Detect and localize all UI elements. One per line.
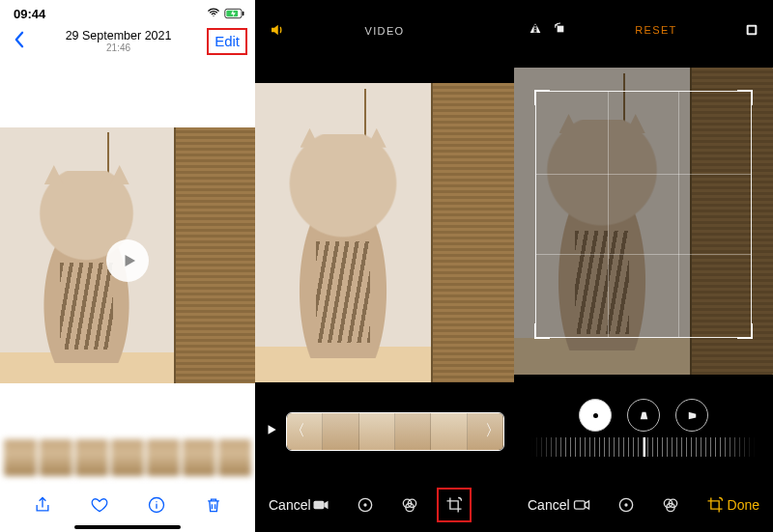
filters-tool-icon[interactable]	[661, 495, 680, 515]
trim-scrubber[interactable]	[286, 412, 504, 451]
edit-tool-icons	[311, 495, 464, 515]
horizontal-perspective-button[interactable]	[675, 399, 708, 432]
rotation-dial[interactable]	[531, 437, 756, 457]
thumb[interactable]	[40, 439, 72, 476]
adjust-tool-icon[interactable]	[616, 495, 636, 515]
wifi-icon	[207, 6, 220, 22]
crop-handle-tr[interactable]	[737, 90, 753, 105]
status-right	[207, 6, 245, 22]
thumb[interactable]	[4, 439, 37, 476]
share-button[interactable]	[33, 495, 52, 518]
edit-tool-icons	[570, 495, 728, 515]
cancel-button[interactable]: Cancel	[269, 497, 311, 513]
video-canvas[interactable]	[255, 83, 514, 382]
thumb[interactable]	[75, 439, 108, 476]
thumb[interactable]	[183, 439, 215, 476]
delete-button[interactable]	[204, 495, 223, 518]
home-indicator[interactable]	[74, 525, 181, 529]
crop-tool-icon[interactable]	[705, 495, 725, 515]
svg-point-6	[363, 503, 366, 506]
edit-topbar: VIDEO	[255, 0, 514, 44]
crop-handle-br[interactable]	[737, 323, 753, 339]
battery-icon	[224, 7, 245, 22]
crop-rectangle[interactable]	[535, 91, 752, 338]
edit-button-highlight: Edit	[207, 28, 247, 55]
video-edit-screen: VIDEO Cancel	[255, 0, 514, 532]
crop-tool-icon[interactable]	[444, 495, 464, 515]
crop-handle-bl[interactable]	[534, 323, 550, 339]
reset-button[interactable]: RESET	[568, 24, 744, 36]
crop-canvas[interactable]	[514, 68, 773, 375]
video-timeline	[265, 410, 504, 453]
status-bar: 09:44	[0, 0, 255, 24]
svg-rect-14	[575, 501, 586, 509]
vertical-perspective-button[interactable]	[627, 399, 660, 432]
crop-topbar: RESET	[514, 0, 773, 42]
adjust-tool-icon[interactable]	[356, 495, 375, 515]
photo-time: 21:46	[66, 42, 172, 53]
date-title: 29 September 2021 21:46	[66, 30, 172, 54]
thumb[interactable]	[147, 439, 180, 476]
cancel-button[interactable]: Cancel	[528, 497, 570, 513]
svg-rect-12	[749, 27, 756, 34]
status-time: 09:44	[14, 7, 45, 21]
thumb[interactable]	[218, 439, 251, 476]
perspective-buttons	[514, 399, 773, 432]
edit-button[interactable]: Edit	[215, 33, 240, 49]
edit-toolrow: Cancel	[255, 495, 514, 515]
crop-toolrow: Cancel Done	[514, 495, 773, 515]
back-button[interactable]	[8, 31, 30, 53]
volume-button[interactable]	[269, 21, 286, 41]
thumbnail-strip[interactable]	[0, 439, 255, 476]
done-button[interactable]: Done	[728, 497, 759, 513]
info-button[interactable]	[147, 495, 166, 518]
edit-mode-label: VIDEO	[286, 25, 483, 37]
photo-date: 29 September 2021	[66, 30, 172, 43]
svg-rect-4	[313, 501, 324, 509]
crop-handle-tl[interactable]	[534, 90, 550, 105]
crop-edit-screen: RESET Cancel	[514, 0, 773, 532]
nav-bar: 29 September 2021 21:46 Edit	[0, 24, 255, 63]
thumb[interactable]	[111, 439, 144, 476]
timeline-play-button[interactable]	[265, 423, 278, 440]
svg-point-13	[593, 413, 598, 418]
video-tool-icon[interactable]	[572, 495, 591, 515]
crop-top-left-icons	[528, 21, 568, 39]
photos-detail-screen: 09:44 29 September 2021 21:46 Edit	[0, 0, 255, 532]
video-tool-icon[interactable]	[311, 495, 330, 515]
flip-button[interactable]	[528, 21, 543, 39]
bottom-toolbar	[0, 495, 255, 518]
svg-rect-1	[243, 11, 244, 15]
aspect-ratio-button[interactable]	[744, 22, 759, 38]
svg-rect-10	[558, 26, 564, 33]
rotate-button[interactable]	[553, 21, 568, 39]
play-button[interactable]	[106, 239, 149, 282]
favorite-button[interactable]	[90, 495, 109, 518]
straighten-button[interactable]	[579, 399, 612, 432]
crop-tool-highlight	[437, 488, 472, 522]
svg-point-16	[624, 503, 627, 506]
filters-tool-icon[interactable]	[400, 495, 419, 515]
